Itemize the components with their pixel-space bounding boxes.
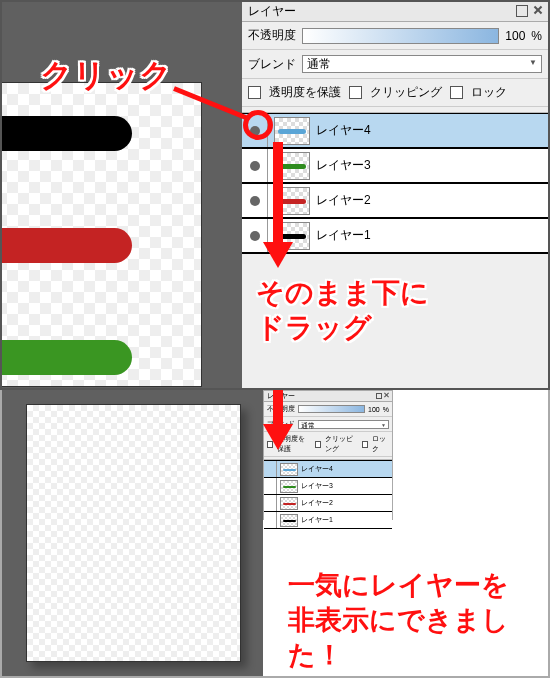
layer-visibility-toggle[interactable] — [242, 184, 268, 217]
clipping-label: クリッピング — [370, 84, 442, 101]
opacity-row: 不透明度 100 % — [242, 22, 548, 50]
canvas-stroke-red — [0, 228, 132, 263]
thumbnail-stroke — [283, 520, 296, 522]
opacity-row: 不透明度 100 % — [264, 402, 392, 417]
layer-name-label: レイヤー1 — [301, 515, 333, 525]
blend-value: 通常 — [307, 57, 331, 71]
lock-checkbox[interactable] — [362, 441, 368, 448]
opacity-unit: % — [531, 29, 542, 43]
visibility-dot-icon — [250, 231, 260, 241]
protect-alpha-label: 透明度を保護 — [269, 84, 341, 101]
layer-visibility-toggle[interactable] — [264, 495, 277, 511]
annotation-pointer-line — [174, 86, 248, 124]
canvas-stroke-green — [0, 340, 132, 375]
layer-name-label: レイヤー3 — [316, 157, 371, 174]
layer-row[interactable]: レイヤー2 — [264, 495, 392, 512]
layer-visibility-toggle[interactable] — [264, 512, 277, 528]
layer-row[interactable]: レイヤー3 — [242, 149, 548, 184]
dock-icon[interactable] — [516, 5, 528, 17]
layer-row[interactable]: レイヤー2 — [242, 184, 548, 219]
visibility-dot-icon — [250, 196, 260, 206]
canvas-area-small — [2, 390, 264, 676]
layer-thumbnail[interactable] — [280, 480, 298, 493]
annotation-arrow-1 — [270, 142, 280, 272]
clipping-checkbox[interactable] — [315, 441, 321, 448]
thumbnail-stroke — [283, 486, 296, 488]
layer-row[interactable]: レイヤー3 — [264, 478, 392, 495]
layer-name-label: レイヤー4 — [316, 122, 371, 139]
close-icon[interactable] — [532, 4, 544, 16]
opacity-value: 100 — [368, 406, 380, 413]
layers-panel-title: レイヤー — [248, 3, 296, 20]
blend-mode-select[interactable]: 通常 — [298, 420, 389, 429]
canvas-small[interactable] — [26, 404, 241, 662]
dock-icon[interactable] — [376, 393, 382, 399]
thumbnail-stroke — [283, 469, 296, 471]
layer-name-label: レイヤー2 — [301, 498, 333, 508]
lock-label: ロック — [372, 434, 389, 454]
blend-label: ブレンド — [248, 56, 296, 73]
clipping-label: クリッピング — [325, 434, 359, 454]
thumbnail-stroke — [278, 129, 306, 134]
blend-mode-select[interactable]: 通常 — [302, 55, 542, 73]
annotation-circle — [243, 110, 273, 140]
visibility-dot-icon — [250, 161, 260, 171]
layer-name-label: レイヤー4 — [301, 464, 333, 474]
protect-alpha-checkbox[interactable] — [248, 86, 261, 99]
lock-label: ロック — [471, 84, 507, 101]
opacity-value: 100 — [505, 29, 525, 43]
layer-visibility-toggle[interactable] — [242, 149, 268, 182]
opacity-slider[interactable] — [302, 28, 499, 44]
layer-thumbnail[interactable] — [280, 497, 298, 510]
layer-visibility-toggle[interactable] — [264, 478, 277, 494]
layer-name-label: レイヤー3 — [301, 481, 333, 491]
annotation-arrow-2 — [270, 390, 280, 450]
layer-name-label: レイヤー2 — [316, 192, 371, 209]
layer-row[interactable]: レイヤー4 — [242, 114, 548, 149]
blend-row: ブレンド 通常 — [242, 50, 548, 79]
clipping-checkbox[interactable] — [349, 86, 362, 99]
close-icon[interactable] — [384, 392, 390, 398]
layers-panel-header[interactable]: レイヤー — [242, 2, 548, 22]
layer-name-label: レイヤー1 — [316, 227, 371, 244]
lock-checkbox[interactable] — [450, 86, 463, 99]
thumbnail-stroke — [283, 503, 296, 505]
blend-value: 通常 — [301, 422, 315, 429]
annotation-result: 一気にレイヤーを非表示にできました！ — [288, 568, 550, 673]
options-row: 透明度を保護 クリッピング ロック — [242, 79, 548, 107]
layers-list: レイヤー4レイヤー3レイヤー2レイヤー1 — [264, 460, 392, 529]
layer-thumbnail[interactable] — [280, 463, 298, 476]
opacity-slider[interactable] — [298, 405, 365, 413]
annotation-drag: そのまま下にドラッグ — [256, 275, 429, 345]
opacity-label: 不透明度 — [248, 27, 296, 44]
canvas-stroke-black — [0, 116, 132, 151]
layers-list: レイヤー4レイヤー3レイヤー2レイヤー1 — [242, 113, 548, 254]
opacity-unit: % — [383, 406, 389, 413]
layer-row[interactable]: レイヤー4 — [264, 461, 392, 478]
layers-panel-header[interactable]: レイヤー — [264, 391, 392, 402]
annotation-click: クリック — [40, 54, 172, 98]
layer-row[interactable]: レイヤー1 — [264, 512, 392, 529]
layer-thumbnail[interactable] — [274, 117, 310, 145]
layer-thumbnail[interactable] — [280, 514, 298, 527]
layer-visibility-toggle[interactable] — [264, 461, 277, 477]
